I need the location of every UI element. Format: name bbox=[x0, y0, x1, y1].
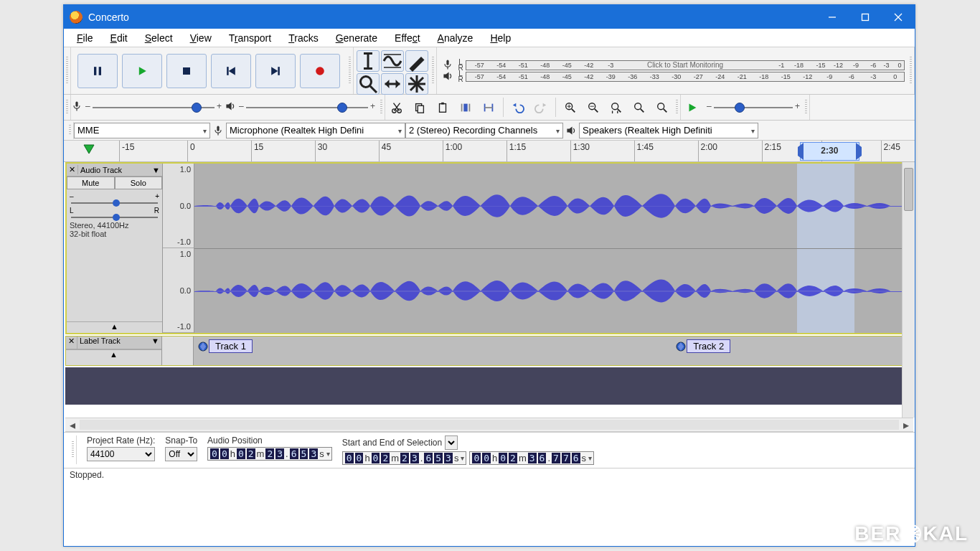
playback-meter-scale[interactable]: -57-54-51-48-45-42-39-36-33-30-27-24-21-… bbox=[466, 72, 905, 82]
paste-button[interactable] bbox=[432, 97, 453, 118]
audio-host-select[interactable]: MME▾ bbox=[74, 123, 210, 138]
menu-edit[interactable]: Edit bbox=[102, 31, 136, 45]
selection-end-field[interactable]: 00h02m36.776s▾ bbox=[469, 451, 594, 465]
window-title: Concerto bbox=[88, 11, 129, 23]
toolbar-grip[interactable] bbox=[803, 95, 810, 120]
label-track-panel: ✕ Label Track▼ ▲ bbox=[66, 336, 162, 365]
menu-help[interactable]: Help bbox=[481, 31, 519, 45]
menu-analyze[interactable]: Analyze bbox=[429, 31, 482, 45]
zoom-in-button[interactable] bbox=[560, 97, 581, 118]
menu-generate[interactable]: Generate bbox=[327, 31, 386, 45]
track-collapse-button[interactable]: ▲ bbox=[66, 349, 161, 361]
toolbar-grip[interactable] bbox=[70, 435, 77, 464]
toolbar-grip[interactable] bbox=[67, 122, 74, 139]
monitoring-hint: Click to Start Monitoring bbox=[647, 61, 723, 69]
play-button[interactable] bbox=[122, 54, 162, 88]
track-collapse-button[interactable]: ▲ bbox=[67, 321, 162, 333]
menu-file[interactable]: File bbox=[68, 31, 102, 45]
playback-device-select[interactable]: Speakers (Realtek High Definiti▾ bbox=[579, 123, 758, 138]
track-close-button[interactable]: ✕ bbox=[66, 336, 77, 349]
recording-device-select[interactable]: Microphone (Realtek High Defini▾ bbox=[226, 123, 405, 138]
scroll-right-button[interactable]: ▸ bbox=[899, 418, 913, 432]
playback-speed-slider[interactable]: –+ bbox=[707, 101, 800, 114]
zoom-toggle-button[interactable] bbox=[651, 97, 673, 118]
toolbar-grip[interactable] bbox=[64, 95, 71, 120]
recording-meter-scale[interactable]: -57-54-51-48-45-42-3 Click to Start Moni… bbox=[466, 60, 905, 70]
titlebar[interactable]: Concerto bbox=[64, 5, 915, 29]
toolbar-grip[interactable] bbox=[430, 47, 437, 94]
close-button[interactable] bbox=[882, 5, 915, 29]
svg-marker-10 bbox=[271, 67, 278, 75]
fit-project-button[interactable] bbox=[628, 97, 650, 118]
redo-button[interactable] bbox=[530, 97, 552, 118]
gain-slider[interactable] bbox=[71, 202, 158, 204]
toolbar-grip[interactable] bbox=[347, 47, 354, 94]
envelope-tool-button[interactable] bbox=[381, 50, 404, 72]
mute-button[interactable]: Mute bbox=[67, 176, 115, 189]
stop-button[interactable] bbox=[166, 54, 207, 88]
vertical-scrollbar[interactable] bbox=[902, 162, 915, 418]
snap-to-select[interactable]: Off bbox=[165, 447, 197, 461]
ruler-selection[interactable]: 2:30 bbox=[800, 142, 859, 161]
record-button[interactable] bbox=[300, 54, 340, 88]
audio-position-field[interactable]: 00h02m23.653s▾ bbox=[207, 447, 332, 461]
play-at-speed-button[interactable] bbox=[682, 97, 703, 118]
project-rate-select[interactable]: 44100 bbox=[87, 447, 155, 461]
maximize-button[interactable] bbox=[849, 5, 882, 29]
silence-button[interactable] bbox=[478, 97, 499, 118]
waveform-area[interactable] bbox=[194, 164, 912, 333]
toolbar-grip[interactable] bbox=[378, 95, 385, 120]
undo-button[interactable] bbox=[507, 97, 529, 118]
recording-meter[interactable]: LR -57-54-51-48-45-42-3 Click to Start M… bbox=[437, 47, 908, 94]
svg-point-12 bbox=[316, 67, 324, 75]
ruler-selection-label: 2:30 bbox=[821, 146, 838, 156]
track-close-button[interactable]: ✕ bbox=[67, 165, 78, 174]
label-marker[interactable]: Track 2 bbox=[675, 339, 730, 353]
menu-select[interactable]: Select bbox=[136, 31, 182, 45]
fit-selection-button[interactable] bbox=[606, 97, 627, 118]
pan-slider[interactable] bbox=[71, 217, 158, 218]
scroll-left-button[interactable]: ◂ bbox=[65, 418, 80, 432]
draw-tool-button[interactable] bbox=[405, 50, 428, 72]
selection-start-field[interactable]: 00h02m23.653s▾ bbox=[342, 451, 467, 465]
selection-mode-select[interactable] bbox=[445, 435, 458, 450]
label-area[interactable]: Track 1 Track 2 bbox=[194, 336, 913, 365]
menu-tracks[interactable]: Tracks bbox=[280, 31, 327, 45]
selection-tool-button[interactable] bbox=[357, 50, 380, 72]
svg-rect-4 bbox=[94, 67, 96, 75]
skip-end-button[interactable] bbox=[255, 54, 296, 88]
label-marker[interactable]: Track 1 bbox=[197, 339, 253, 353]
empty-track-area[interactable] bbox=[65, 367, 913, 405]
track-menu-button[interactable]: Audio Track▼ bbox=[78, 166, 162, 174]
recording-volume-slider[interactable]: –+ bbox=[85, 101, 222, 114]
solo-button[interactable]: Solo bbox=[115, 176, 163, 189]
playback-volume-slider[interactable]: –+ bbox=[239, 101, 375, 114]
horizontal-scrollbar[interactable]: ◂ ▸ bbox=[65, 418, 913, 432]
menu-transport[interactable]: Transport bbox=[220, 31, 280, 45]
recording-channels-select[interactable]: 2 (Stereo) Recording Channels▾ bbox=[405, 123, 563, 138]
zoom-out-button[interactable] bbox=[583, 97, 604, 118]
ruler-ticks: -15 0 15 30 45 1:00 1:15 1:30 1:45 2:00 … bbox=[64, 141, 915, 161]
audio-track[interactable]: ✕ Audio Track▼ Mute Solo –+ LR Stereo, 4… bbox=[65, 162, 913, 334]
toolbar-grip[interactable] bbox=[908, 47, 915, 94]
multi-tool-button[interactable] bbox=[405, 73, 428, 95]
cut-button[interactable] bbox=[386, 97, 407, 118]
skip-start-button[interactable] bbox=[211, 54, 251, 88]
minimize-button[interactable] bbox=[816, 5, 849, 29]
zoom-tool-button[interactable] bbox=[357, 73, 380, 95]
pause-button[interactable] bbox=[77, 54, 118, 88]
trim-button[interactable] bbox=[455, 97, 476, 118]
menu-effect[interactable]: Effect bbox=[386, 31, 429, 45]
timeline-ruler[interactable]: -15 0 15 30 45 1:00 1:15 1:30 1:45 2:00 … bbox=[64, 141, 915, 162]
label-text[interactable]: Track 2 bbox=[687, 339, 730, 353]
menu-view[interactable]: View bbox=[182, 31, 220, 45]
timeshift-tool-button[interactable] bbox=[381, 73, 404, 95]
label-text[interactable]: Track 1 bbox=[209, 339, 253, 353]
copy-button[interactable] bbox=[409, 97, 430, 118]
label-track[interactable]: ✕ Label Track▼ ▲ Track 1 Track 2 bbox=[65, 336, 913, 366]
svg-marker-67 bbox=[567, 126, 572, 134]
svg-point-62 bbox=[658, 103, 664, 110]
toolbar-grip[interactable] bbox=[674, 95, 681, 120]
track-menu-button[interactable]: Label Track▼ bbox=[77, 336, 161, 349]
toolbar-grip[interactable] bbox=[64, 47, 71, 94]
